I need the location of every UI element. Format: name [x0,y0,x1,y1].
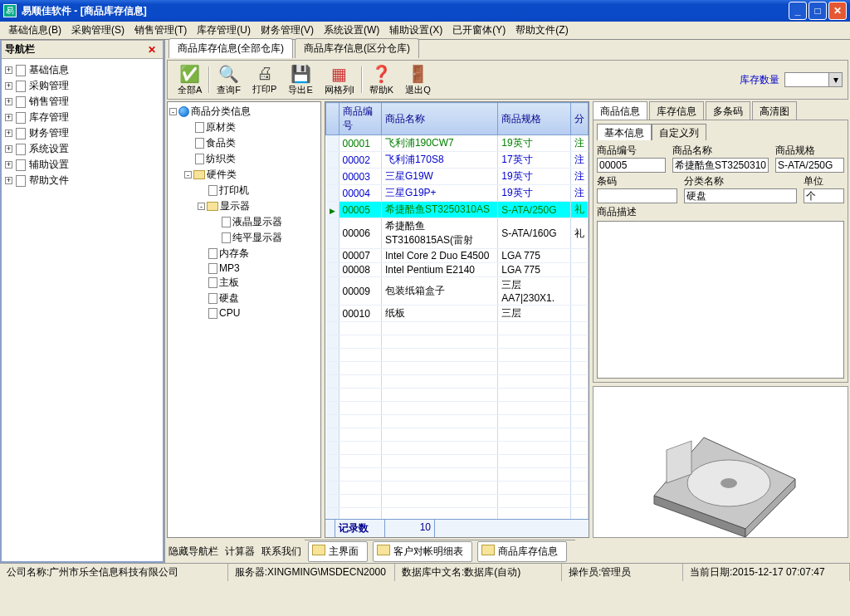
expand-icon[interactable]: + [5,130,12,137]
nav-item[interactable]: +基础信息 [5,62,159,78]
toolbar-button[interactable]: ▦网格列I [320,62,359,98]
menu-item[interactable]: 销售管理(T) [131,22,190,39]
tree-node[interactable]: 主板 [169,275,319,291]
tab-barcode[interactable]: 多条码 [706,101,750,120]
tree-node[interactable]: 硬盘 [169,291,319,306]
menu-item[interactable]: 财务管理(V) [257,22,317,39]
window-title: 易顺佳软件 - [商品库存信息] [22,4,787,18]
btab-stock-info[interactable]: 商品库存信息 [477,541,567,562]
table-row[interactable]: 00004三星G19P+19英寸注 [326,185,589,202]
nav-item[interactable]: +财务管理 [5,125,159,141]
tree-root[interactable]: -商品分类信息 [169,104,319,120]
menu-item[interactable]: 系统设置(W) [320,22,383,39]
expand-icon[interactable]: + [5,177,12,184]
tree-node[interactable]: 食品类 [169,135,319,151]
tree-node[interactable]: -硬件类 [169,167,319,183]
expand-icon[interactable]: + [5,66,12,74]
description-box[interactable] [597,221,844,379]
link-hide-nav[interactable]: 隐藏导航栏 [169,545,218,559]
tab-all-warehouse[interactable]: 商品库存信息(全部仓库) [169,38,293,58]
nav-item[interactable]: +系统设置 [5,141,159,157]
maximize-button[interactable]: □ [808,2,827,20]
subtab-basic[interactable]: 基本信息 [597,124,652,140]
nav-item[interactable]: +辅助设置 [5,157,159,173]
minimize-button[interactable]: _ [789,2,807,20]
btab-customer-statement[interactable]: 客户对帐明细表 [373,541,472,562]
btab-main[interactable]: 主界面 [308,541,368,562]
column-header[interactable]: 分 [570,103,588,135]
expand-icon[interactable]: + [5,98,12,105]
nav-close-icon[interactable]: ✕ [144,44,159,56]
toolbar-button[interactable]: 🚪退出Q [400,62,436,98]
collapse-icon[interactable]: - [169,108,177,115]
category-tree-panel: -商品分类信息原材类食品类纺织类-硬件类打印机-显示器液晶显示器纯平显示器内存条… [167,101,321,538]
menu-item[interactable]: 帮助文件(Z) [512,22,571,39]
menu-item[interactable]: 已开窗体(Y) [449,22,509,39]
link-calculator[interactable]: 计算器 [225,545,255,559]
product-spec-field[interactable] [775,158,844,173]
expand-icon[interactable]: + [5,82,12,90]
barcode-field[interactable] [597,188,677,203]
category-field[interactable] [684,188,797,203]
tree-node[interactable]: 内存条 [169,246,319,262]
doc-icon [16,65,26,76]
expand-icon[interactable]: + [5,114,12,121]
table-row[interactable]: 00002飞利浦170S817英寸注 [326,152,589,169]
link-contact[interactable]: 联系我们 [261,545,301,559]
dropdown-arrow-icon[interactable]: ▾ [828,73,842,86]
table-row[interactable]: 00010纸板三层 [326,306,589,322]
unit-field[interactable] [804,188,844,203]
tree-node[interactable]: -显示器 [169,198,319,214]
menu-item[interactable]: 库存管理(U) [193,22,254,39]
doc-icon [222,232,231,243]
menu-item[interactable]: 辅助设置(X) [386,22,446,39]
table-row[interactable]: 00007Intel Core 2 Duo E4500LGA 775 [326,249,589,263]
close-button[interactable]: ✕ [828,2,847,20]
table-row[interactable]: 00001飞利浦190CW719英寸注 [326,135,589,152]
menu-item[interactable]: 采购管理(S) [68,22,128,39]
stock-qty-label: 库存数量 [740,73,779,87]
stock-qty-dropdown[interactable]: ▾ [784,72,843,87]
product-grid[interactable]: 商品编号商品名称商品规格分 00001飞利浦190CW719英寸注00002飞利… [325,102,589,519]
column-header[interactable]: 商品名称 [381,103,497,135]
menu-item[interactable]: 基础信息(B) [5,22,65,39]
tab-stock-info[interactable]: 库存信息 [649,101,704,120]
nav-item[interactable]: +帮助文件 [5,173,159,188]
toolbar-button[interactable]: 💾导出E [283,62,317,98]
toolbar-button[interactable]: ✅全部A [173,62,207,98]
product-code-field[interactable] [597,158,666,173]
doc-icon [16,96,26,108]
tree-node[interactable]: 打印机 [169,183,319,198]
tree-node[interactable]: MP3 [169,262,319,275]
table-row[interactable]: 00005希捷酷鱼ST3250310ASS-ATA/250G礼 [326,202,589,218]
column-header[interactable]: 商品编号 [339,103,381,135]
tree-node[interactable]: 纺织类 [169,151,319,167]
toolbar-button[interactable]: ❓帮助K [364,62,398,98]
column-header[interactable]: 商品规格 [498,103,571,135]
tab-product-info[interactable]: 商品信息 [593,101,647,120]
tree-node[interactable]: 纯平显示器 [169,230,319,246]
nav-item[interactable]: +采购管理 [5,78,159,94]
expand-icon[interactable]: - [184,171,192,178]
toolbar-button[interactable]: 🔍查询F [212,62,246,98]
expand-icon[interactable]: + [5,145,12,153]
tree-node[interactable]: 液晶显示器 [169,214,319,230]
table-row[interactable]: 00008Intel Pentium E2140LGA 775 [326,263,589,277]
bottom-tabs: 主界面 客户对帐明细表 商品库存信息 [305,540,575,563]
expand-icon[interactable]: - [198,203,205,210]
expand-icon[interactable]: + [5,161,12,169]
nav-item[interactable]: +库存管理 [5,110,159,125]
table-row[interactable]: 00003三星G19W19英寸注 [326,169,589,185]
tree-node[interactable]: 原材类 [169,120,319,135]
nav-item[interactable]: +销售管理 [5,94,159,110]
tab-by-warehouse[interactable]: 商品库存信息(区分仓库) [295,38,419,58]
tab-hd-image[interactable]: 高清图 [752,101,797,120]
toolbar-icon: ▦ [331,64,347,84]
label: 单位 [804,174,844,188]
table-row[interactable]: 00006希捷酷鱼ST3160815AS(雷射S-ATA/160G礼 [326,218,589,249]
subtab-custom[interactable]: 自定义列 [652,124,706,140]
table-row[interactable]: 00009包装纸箱盒子三层AA7|230X1. [326,277,589,306]
tree-node[interactable]: CPU [169,306,319,320]
toolbar-button[interactable]: 🖨打印P [247,62,281,97]
product-name-field[interactable] [672,158,769,173]
